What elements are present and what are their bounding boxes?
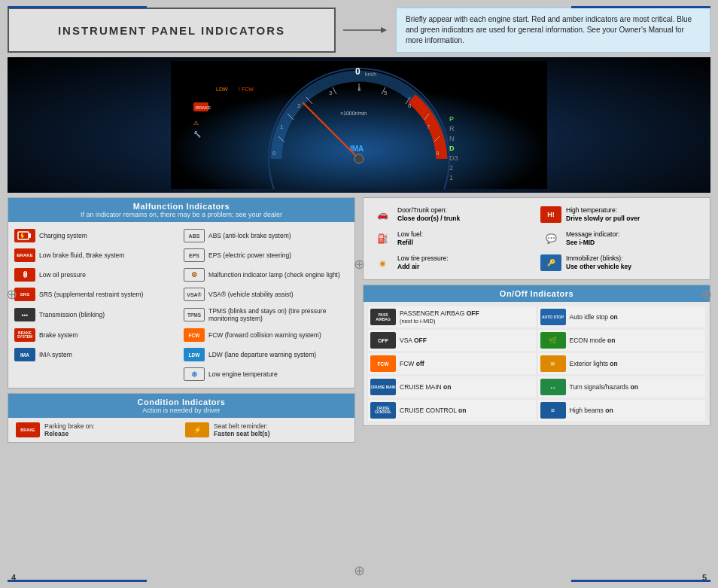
cruise-main-text: CRUISE MAIN on — [400, 383, 451, 391]
condition-header: Condition Indicators Action is needed by… — [8, 394, 354, 418]
condition-item-seatbelt: ⚡ Seat belt reminder: Fasten seat belt(s… — [185, 422, 347, 437]
condition-subheader: Action is needed by driver — [16, 407, 347, 414]
info-item-immobilizer: 🔑 Immobilizer (blinks):Use other vehicle… — [538, 252, 704, 273]
indicator-item-malfunction: ⚙ Malfunction indicator lamp (check engi… — [182, 266, 350, 284]
svg-text:0: 0 — [355, 66, 361, 77]
ima-text: IMA system — [39, 351, 72, 358]
cruise-main-icon: CRUISE MAIN — [370, 379, 396, 395]
svg-rect-42 — [29, 233, 31, 238]
dashboard-area: LDW ! FCW — [8, 57, 710, 193]
dashboard-inner: LDW ! FCW — [8, 57, 710, 193]
page: INSTRUMENT PANEL INDICATORS Briefly appe… — [0, 0, 718, 588]
info-item-tire: ◉ Low tire pressure:Add air — [370, 252, 535, 273]
onoff-item-cruise-control: CRUISE CONTROL CRUISE CONTROL on — [368, 400, 536, 421]
charging-icon — [14, 229, 35, 242]
transmission-text: Transmission (blinking) — [39, 311, 105, 318]
top-border-left — [8, 6, 147, 8]
ldw-indicator-text: LDW (lane departure warning system) — [208, 351, 316, 358]
svg-marker-1 — [381, 27, 387, 33]
vsa-off-text: VSA OFF — [400, 337, 427, 344]
high-beams-text: High beams on — [570, 407, 613, 414]
oil-icon: 🛢 — [14, 268, 35, 282]
brake-fluid-text: Low brake fluid, Brake system — [39, 251, 124, 259]
onoff-item-exterior-lights: ≋ Exterior lights on — [538, 353, 706, 374]
svg-text:1: 1 — [280, 123, 284, 130]
ldw-indicator-icon: LDW — [184, 348, 205, 361]
svg-text:2: 2 — [449, 164, 453, 172]
svg-text:LDW: LDW — [216, 87, 228, 92]
abs-icon: ABS — [184, 229, 205, 242]
dashboard-svg: LDW ! FCW — [171, 61, 547, 189]
tpms-icon: TPMS — [184, 308, 205, 321]
svg-text:7: 7 — [427, 123, 430, 130]
info-item-door: 🚗 Door/Trunk open:Close door(s) / trunk — [370, 204, 535, 225]
onoff-section: On/Off Indicators PASS AIRBAG PASSENGER … — [363, 285, 710, 426]
title-box: INSTRUMENT PANEL INDICATORS — [8, 8, 336, 53]
indicator-item-tpms: TPMS TPMS (blinks and stays on) (tire pr… — [182, 305, 350, 324]
onoff-item-cruise-main: CRUISE MAIN CRUISE MAIN on — [368, 376, 536, 398]
srs-icon: SRS — [14, 288, 35, 301]
right-column: 🚗 Door/Trunk open:Close door(s) / trunk … — [359, 197, 710, 580]
info-item-fuel: ⛽ Low fuel:Refill — [370, 228, 535, 249]
airbag-off-icon: PASS AIRBAG — [370, 309, 396, 325]
tire-text: Low tire pressure:Add air — [397, 254, 449, 271]
condition-title: Condition Indicators — [16, 398, 347, 407]
page-title: INSTRUMENT PANEL INDICATORS — [58, 24, 285, 37]
ima-icon: IMA — [14, 348, 35, 361]
indicator-item-oil: 🛢 Low oil pressure — [13, 266, 181, 284]
svg-text:5: 5 — [384, 90, 388, 96]
autostop-text: Auto idle stop on — [570, 313, 618, 321]
svg-text:0: 0 — [272, 150, 276, 157]
onoff-title: On/Off Indicators — [371, 289, 702, 298]
onoff-item-fcw-off: FCW FCW off — [368, 353, 536, 374]
vsa-off-icon: OFF — [370, 332, 396, 349]
onoff-item-autostop: AUTO STOP Auto idle stop on — [538, 306, 706, 328]
indicator-item-ima: IMA IMA system — [13, 346, 181, 364]
abs-text: ABS (anti-lock brake system) — [208, 232, 291, 239]
srs-text: SRS (supplemental restraint system) — [39, 291, 143, 298]
immobilizer-icon: 🔑 — [540, 254, 561, 271]
svg-point-27 — [354, 154, 364, 163]
high-temp-text: High temperature:Drive slowly or pull ov… — [566, 206, 640, 223]
indicator-item-fcw: FCW FCW (forward collision warning syste… — [182, 326, 350, 344]
seatbelt-icon: ⚡ — [185, 422, 209, 437]
indicator-item-low-temp: ❄ Low engine temperature — [182, 365, 350, 383]
indicator-item-brake-system: BRAKE SYSTEM Brake system — [13, 326, 181, 344]
low-temp-text: Low engine temperature — [208, 370, 278, 378]
airbag-off-text: PASSENGER AIRBAG OFF(next to i-MID) — [400, 309, 479, 324]
eps-text: EPS (electric power steering) — [208, 251, 291, 259]
top-section: INSTRUMENT PANEL INDICATORS Briefly appe… — [8, 8, 710, 53]
svg-text:4: 4 — [357, 86, 361, 93]
parking-brake-icon: BRAKE — [16, 422, 40, 437]
page-number-left: 4 — [11, 573, 16, 582]
condition-grid: BRAKE Parking brake on: Release ⚡ Seat b… — [8, 418, 354, 442]
malfunction-subheader: If an indicator remains on, there may be… — [16, 211, 347, 218]
info-item-message: 💬 Message indicator:See i-MID — [538, 228, 704, 249]
onoff-item-turn-signals: ↔ Turn signals/hazards on — [538, 376, 706, 398]
svg-text:R: R — [449, 125, 455, 133]
indicator-item-srs: SRS SRS (supplemental restraint system) — [13, 285, 181, 303]
door-icon: 🚗 — [372, 206, 393, 223]
fuel-text: Low fuel:Refill — [397, 230, 423, 247]
info-indicators-section: 🚗 Door/Trunk open:Close door(s) / trunk … — [363, 197, 710, 280]
turn-signals-icon: ↔ — [540, 379, 566, 395]
door-text: Door/Trunk open:Close door(s) / trunk — [397, 206, 460, 223]
fcw-off-icon: FCW — [370, 355, 396, 372]
cruise-control-icon: CRUISE CONTROL — [370, 402, 396, 419]
svg-text:6: 6 — [408, 102, 412, 109]
tire-icon: ◉ — [372, 254, 393, 271]
malfunction-header: Malfunction Indicators If an indicator r… — [8, 198, 354, 222]
malfunction-lamp-text: Malfunction indicator lamp (check engine… — [208, 271, 340, 279]
onoff-grid: PASS AIRBAG PASSENGER AIRBAG OFF(next to… — [364, 302, 710, 425]
eps-icon: EPS — [184, 248, 205, 262]
onoff-item-high-beams: ≡ High beams on — [538, 400, 706, 421]
econ-icon: 🌿 — [540, 332, 566, 349]
info-box: Briefly appear with each engine start. R… — [396, 8, 710, 53]
seatbelt-text: Seat belt reminder: Fasten seat belt(s) — [214, 422, 270, 437]
turn-signals-text: Turn signals/hazards on — [570, 383, 638, 391]
econ-text: ECON mode on — [570, 337, 616, 344]
svg-text:N: N — [449, 135, 455, 142]
indicator-item-charging: Charging system — [13, 227, 181, 245]
fuel-icon: ⛽ — [372, 230, 393, 247]
exterior-lights-text: Exterior lights on — [570, 360, 618, 367]
